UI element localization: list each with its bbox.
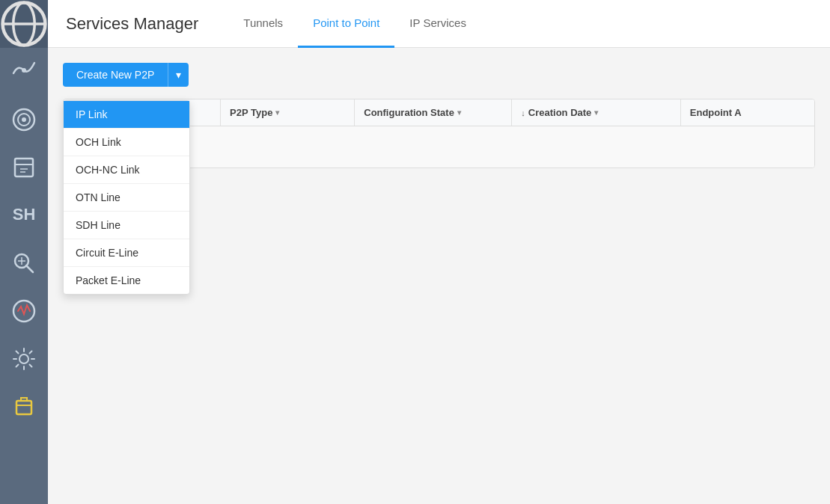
col-header-p2p-type[interactable]: P2P Type ▾ — [221, 99, 355, 126]
app-title: Services Manager — [66, 14, 198, 34]
sidebar-item-layers[interactable] — [0, 96, 48, 144]
dropdown-arrow-icon: ▾ — [176, 69, 181, 81]
svg-text:SH: SH — [13, 205, 36, 224]
create-btn-group: Create New P2P ▾ — [63, 63, 189, 87]
sidebar: SH — [0, 0, 48, 504]
sort-desc-icon: ↓ — [521, 108, 525, 117]
col-header-config-state[interactable]: Configuration State ▾ — [355, 99, 512, 126]
dropdown-item-och-link[interactable]: OCH Link — [64, 129, 189, 156]
header: Services Manager Tunnels Point to Point … — [48, 0, 830, 48]
content-area: Create New P2P ▾ IP Link OCH Link OCH-NC… — [48, 48, 830, 504]
col-p2p-label: P2P Type — [230, 107, 272, 118]
svg-line-13 — [26, 265, 33, 272]
dropdown-item-sdh-line[interactable]: SDH Line — [64, 212, 189, 239]
col-creation-label: Creation Date — [528, 107, 592, 118]
create-type-dropdown-menu: IP Link OCH Link OCH-NC Link OTN Line SD… — [63, 100, 190, 295]
sidebar-item-database[interactable]: SH — [0, 191, 48, 239]
dropdown-item-och-nc-link[interactable]: OCH-NC Link — [64, 156, 189, 184]
col-config-filter-icon[interactable]: ▾ — [457, 108, 461, 117]
dropdown-toggle-button[interactable]: ▾ — [168, 63, 189, 87]
tab-point-to-point[interactable]: Point to Point — [298, 0, 394, 48]
svg-point-6 — [22, 117, 26, 122]
col-p2p-filter-icon[interactable]: ▾ — [275, 108, 279, 117]
sidebar-item-services[interactable] — [0, 144, 48, 191]
dropdown-item-packet-eline[interactable]: Packet E-Line — [64, 267, 189, 294]
col-creation-filter-icon[interactable]: ▾ — [594, 108, 598, 117]
svg-rect-7 — [15, 159, 33, 176]
sidebar-item-analytics[interactable] — [0, 48, 48, 96]
sidebar-item-monitor[interactable] — [0, 287, 48, 335]
main-area: Services Manager Tunnels Point to Point … — [48, 0, 830, 504]
dropdown-item-otn-line[interactable]: OTN Line — [64, 184, 189, 212]
svg-rect-18 — [16, 401, 31, 414]
sidebar-item-search[interactable] — [0, 239, 48, 287]
svg-point-3 — [22, 68, 26, 73]
dropdown-item-circuit-eline[interactable]: Circuit E-Line — [64, 239, 189, 267]
col-endpoint-label: Endpoint A — [690, 107, 742, 118]
col-config-label: Configuration State — [364, 107, 454, 118]
sidebar-logo[interactable] — [0, 0, 48, 48]
col-header-endpoint-a[interactable]: Endpoint A — [681, 99, 814, 126]
sidebar-item-config[interactable] — [0, 335, 48, 383]
sidebar-item-package[interactable] — [0, 383, 48, 431]
create-dropdown-container: Create New P2P ▾ IP Link OCH Link OCH-NC… — [63, 63, 189, 99]
col-header-creation-date[interactable]: ↓ Creation Date ▾ — [512, 99, 680, 126]
create-new-p2p-button[interactable]: Create New P2P — [63, 63, 168, 87]
svg-point-16 — [13, 301, 34, 322]
svg-point-17 — [19, 354, 28, 363]
tab-tunnels[interactable]: Tunnels — [228, 0, 298, 48]
dropdown-item-ip-link[interactable]: IP Link — [64, 101, 189, 129]
nav-tabs: Tunnels Point to Point IP Services — [228, 0, 481, 47]
tab-ip-services[interactable]: IP Services — [394, 0, 481, 48]
